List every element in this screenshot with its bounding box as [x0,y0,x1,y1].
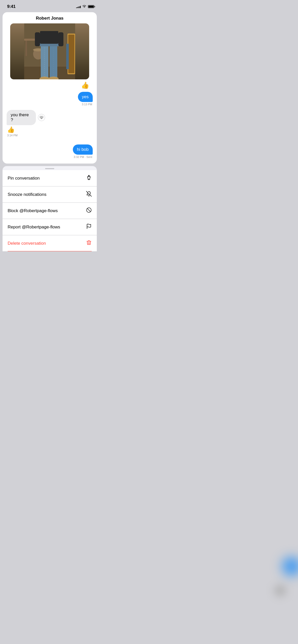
svg-rect-11 [58,32,63,46]
menu-item-block[interactable]: Block @Robertpage-flows [3,203,97,219]
menu-item-snooze[interactable]: Snooze notifications [3,186,97,203]
flag-icon [86,224,92,230]
chat-card: Robert Jonas [3,12,97,164]
menu-item-snooze-label: Snooze notifications [8,192,46,197]
menu-item-report[interactable]: Report @Robertpage-flows [3,219,97,235]
wifi-icon [82,5,86,9]
message-hibob-time: 3:32 PM · Sent [74,155,93,158]
svg-line-24 [87,209,91,212]
image-reaction: 👍 [3,79,97,89]
context-menu-sheet: Pin conversation Snooze notifications Bl… [3,166,97,251]
battery-icon [88,5,94,8]
message-yes: yes 3:13 PM [7,92,93,106]
menu-item-pin-label: Pin conversation [8,176,40,181]
chat-header-title: Robert Jonas [3,12,97,23]
message-yes-time: 3:13 PM [82,103,93,106]
message-you-there-time: 3:14 PM [7,134,18,137]
bubble-row-you-there: you there ? [7,110,46,125]
trash-icon [86,240,92,247]
you-there-reaction: 👍 [7,126,15,133]
message-hibob: hi bob 3:32 PM · Sent [7,144,93,158]
menu-item-block-label: Block @Robertpage-flows [8,208,58,213]
block-icon [86,207,92,214]
status-bar: 9:41 [0,0,99,11]
bubble-you-there: you there ? [7,110,36,125]
drag-handle[interactable] [45,168,54,169]
svg-rect-18 [66,44,69,69]
status-icons [76,5,94,9]
svg-rect-10 [35,32,40,46]
menu-item-pin[interactable]: Pin conversation [3,170,97,186]
menu-item-delete-label: Delete conversation [8,241,46,246]
menu-item-delete[interactable]: Delete conversation [3,235,97,251]
bubble-yes: yes [78,92,93,102]
svg-rect-9 [40,31,58,44]
react-button[interactable] [38,114,45,121]
signal-icon [76,5,81,8]
svg-rect-2 [25,41,27,56]
bell-slash-icon [86,191,92,198]
bubble-hibob: hi bob [73,144,93,155]
svg-rect-17 [68,35,74,73]
svg-line-22 [86,191,91,196]
chat-photo [10,23,89,79]
messages-container: yes 3:13 PM you there ? 👍 3:14 PM hi bob [3,92,97,164]
menu-item-report-label: Report @Robertpage-flows [8,225,60,230]
message-you-there: you there ? 👍 3:14 PM [7,110,93,137]
status-time: 9:41 [7,4,16,9]
pin-icon [86,175,92,182]
